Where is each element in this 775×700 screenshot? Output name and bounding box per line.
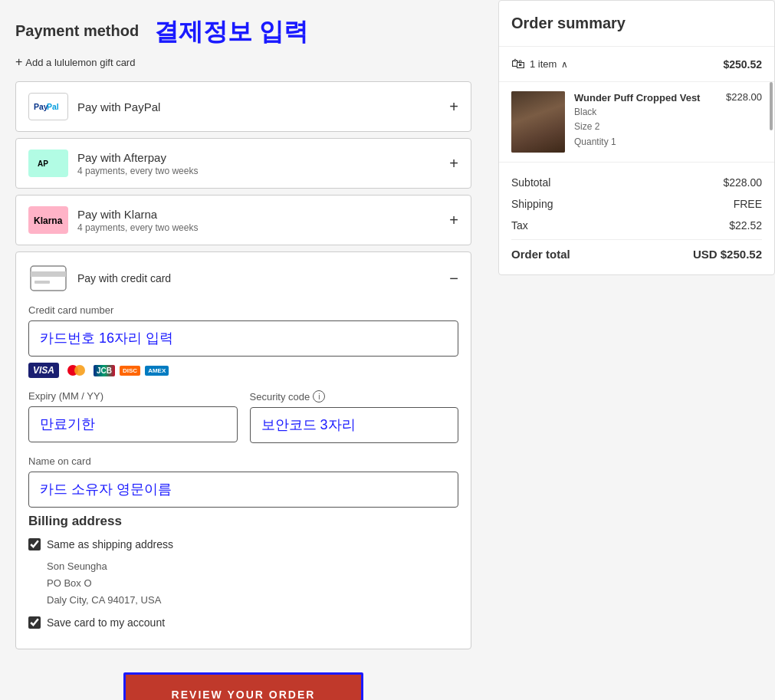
order-total-value: USD $250.52 xyxy=(693,248,762,261)
product-size: Size 2 xyxy=(574,120,717,134)
klarna-option-info: Pay with Klarna 4 payments, every two we… xyxy=(77,208,198,233)
credit-card-icon xyxy=(28,265,68,292)
name-on-card-input[interactable] xyxy=(28,472,458,508)
credit-card-header: Pay with credit card − xyxy=(28,265,458,292)
address-line2: PO Box O xyxy=(47,575,458,592)
svg-text:Klarna: Klarna xyxy=(34,215,63,226)
review-button-wrapper: REVIEW YOUR ORDER xyxy=(15,672,471,700)
jcb-icon: JCB xyxy=(94,365,115,376)
credit-card-header-left: Pay with credit card xyxy=(28,265,171,292)
visa-icon: VISA xyxy=(28,363,59,378)
same-as-shipping-label: Same as shipping address xyxy=(47,538,173,550)
address-line3: Daly City, CA 94017, USA xyxy=(47,592,458,609)
afterpay-option[interactable]: AP Pay with Afterpay 4 payments, every t… xyxy=(15,138,471,189)
card-number-input[interactable] xyxy=(28,320,458,357)
scrollbar[interactable] xyxy=(770,82,773,130)
same-as-shipping-row[interactable]: Same as shipping address xyxy=(28,538,458,550)
order-summary-panel: Order summary 🛍 1 item ∧ $250.52 Wunder … xyxy=(487,0,775,700)
paypal-toggle-icon[interactable]: + xyxy=(449,98,458,116)
product-info: Wunder Puff Cropped Vest Black Size 2 Qu… xyxy=(574,91,717,153)
same-as-shipping-checkbox[interactable] xyxy=(28,538,41,550)
name-on-card-label: Name on card xyxy=(28,455,458,467)
afterpay-option-name: Pay with Afterpay xyxy=(77,151,198,164)
security-info-icon[interactable]: i xyxy=(313,390,325,403)
svg-rect-7 xyxy=(31,271,66,277)
credit-card-section: Pay with credit card − Credit card numbe… xyxy=(15,251,471,649)
product-price: $228.00 xyxy=(726,91,762,153)
card-number-field: Credit card number xyxy=(28,304,458,357)
svg-rect-8 xyxy=(34,281,50,284)
billing-section: Billing address Same as shipping address… xyxy=(28,514,458,629)
afterpay-toggle-icon[interactable]: + xyxy=(449,155,458,173)
order-summary-title: Order summary xyxy=(511,15,626,32)
afterpay-option-info: Pay with Afterpay 4 payments, every two … xyxy=(77,151,198,176)
review-order-button[interactable]: REVIEW YOUR ORDER xyxy=(123,672,364,700)
subtotal-label: Subtotal xyxy=(511,176,550,189)
product-image-inner xyxy=(511,91,565,153)
security-field: Security code i xyxy=(250,390,459,443)
amex-icon: AMEX xyxy=(145,366,169,376)
svg-text:Pay: Pay xyxy=(34,103,48,111)
klarna-option-left: Klarna Pay with Klarna 4 payments, every… xyxy=(28,206,198,234)
paypal-logo: Pay Pal xyxy=(28,93,68,120)
discover-icon: DISC xyxy=(120,366,140,376)
order-totals: Subtotal $228.00 Shipping FREE Tax $22.5… xyxy=(499,163,774,274)
product-list-area: Wunder Puff Cropped Vest Black Size 2 Qu… xyxy=(499,82,774,163)
klarna-option[interactable]: Klarna Pay with Klarna 4 payments, every… xyxy=(15,195,471,245)
security-label: Security code i xyxy=(250,390,459,403)
plus-icon: + xyxy=(15,55,22,69)
product-image xyxy=(511,91,565,153)
product-quantity: Quantity 1 xyxy=(574,135,717,150)
product-color: Black xyxy=(574,105,717,120)
shipping-row: Shipping FREE xyxy=(511,193,762,215)
order-summary-box: Order summary 🛍 1 item ∧ $250.52 Wunder … xyxy=(498,0,775,275)
mastercard-icon xyxy=(64,363,89,377)
security-input[interactable] xyxy=(250,407,459,443)
payment-method-title: Payment method xyxy=(15,22,139,40)
billing-address: Son Seungha PO Box O Daly City, CA 94017… xyxy=(47,558,458,609)
paypal-option-left: Pay Pal Pay with PayPal xyxy=(28,93,160,120)
add-gift-card-label: Add a lululemon gift card xyxy=(25,57,135,68)
shipping-value: FREE xyxy=(734,198,762,210)
item-total: $250.52 xyxy=(723,58,762,71)
svg-text:Pal: Pal xyxy=(47,103,59,111)
save-card-checkbox[interactable] xyxy=(28,616,41,629)
chevron-up-icon: ∧ xyxy=(561,59,568,70)
afterpay-option-sub: 4 payments, every two weeks xyxy=(77,166,198,176)
card-number-label: Credit card number xyxy=(28,304,458,316)
expiry-label: Expiry (MM / YY) xyxy=(28,390,238,402)
product-name: Wunder Puff Cropped Vest xyxy=(574,91,717,105)
credit-card-collapse-icon[interactable]: − xyxy=(449,270,458,288)
shipping-label: Shipping xyxy=(511,198,553,210)
expiry-security-row: Expiry (MM / YY) Security code i xyxy=(28,390,458,443)
shopping-bag-icon: 🛍 xyxy=(511,56,525,72)
expiry-field: Expiry (MM / YY) xyxy=(28,390,238,443)
tax-value: $22.52 xyxy=(729,219,762,232)
paypal-option-name: Pay with PayPal xyxy=(77,100,160,113)
items-toggle[interactable]: 🛍 1 item ∧ $250.52 xyxy=(499,47,774,82)
name-on-card-field: Name on card xyxy=(28,455,458,508)
save-card-row[interactable]: Save card to my account xyxy=(28,616,458,629)
paypal-option[interactable]: Pay Pal Pay with PayPal + xyxy=(15,81,471,132)
save-card-label: Save card to my account xyxy=(47,616,165,629)
klarna-option-sub: 4 payments, every two weeks xyxy=(77,222,198,233)
subtotal-row: Subtotal $228.00 xyxy=(511,172,762,193)
billing-title: Billing address xyxy=(28,514,458,529)
order-total-row: Order total USD $250.52 xyxy=(511,239,762,265)
order-total-label: Order total xyxy=(511,248,570,261)
address-line1: Son Seungha xyxy=(47,558,458,575)
svg-rect-6 xyxy=(31,266,66,291)
klarna-logo: Klarna xyxy=(28,206,68,234)
korean-title: 결제정보 입력 xyxy=(154,15,308,49)
order-summary-header: Order summary xyxy=(499,1,774,47)
paypal-option-info: Pay with PayPal xyxy=(77,100,160,113)
svg-text:AP: AP xyxy=(38,159,48,168)
item-count: 1 item xyxy=(530,58,557,70)
tax-label: Tax xyxy=(511,219,528,232)
tax-row: Tax $22.52 xyxy=(511,215,762,236)
klarna-option-name: Pay with Klarna xyxy=(77,208,198,221)
subtotal-value: $228.00 xyxy=(723,176,762,189)
klarna-toggle-icon[interactable]: + xyxy=(449,212,458,229)
expiry-input[interactable] xyxy=(28,406,238,442)
add-gift-card-link[interactable]: + Add a lululemon gift card xyxy=(15,55,471,69)
